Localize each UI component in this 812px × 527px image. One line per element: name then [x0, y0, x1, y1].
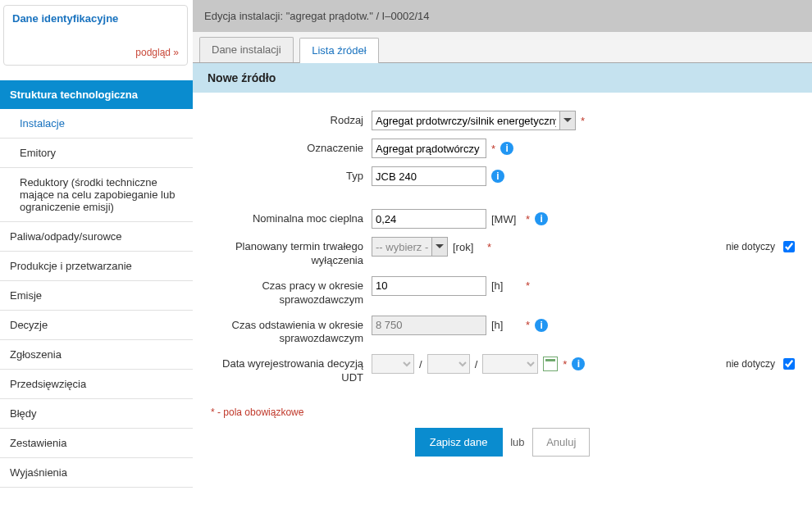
required-marker: *: [487, 241, 491, 253]
form: Rodzaj * Oznaczenie * i Typ: [193, 93, 812, 460]
identity-box: Dane identyfikacyjne podgląd »: [3, 5, 188, 66]
required-marker: *: [526, 319, 530, 331]
unit-h: [h]: [491, 319, 521, 331]
label-typ: Typ: [208, 166, 372, 182]
czas-odst-input: [372, 316, 486, 335]
label-data-udt: Data wyrejestrowania decyzją UDT: [208, 354, 372, 385]
menu-item-zestawienia[interactable]: Zestawienia: [0, 429, 193, 458]
menu-item-zgloszenia[interactable]: Zgłoszenia: [0, 340, 193, 370]
info-icon[interactable]: i: [535, 212, 548, 225]
date-day-select: [372, 354, 414, 374]
menu-sub-emitory[interactable]: Emitory: [0, 139, 193, 168]
tabs-bar: Dane instalacji Lista źródeł: [193, 32, 812, 63]
menu-item-przedsiewziecia[interactable]: Przedsięwzięcia: [0, 370, 193, 399]
required-marker: *: [526, 213, 530, 225]
date-month-select: [427, 354, 470, 374]
nominalna-input[interactable]: [372, 209, 486, 229]
required-marker: *: [526, 279, 530, 292]
menu-item-emisje[interactable]: Emisje: [0, 281, 193, 311]
menu-sub-reduktory[interactable]: Reduktory (środki techniczne mające na c…: [0, 168, 193, 222]
plan-select[interactable]: [372, 237, 432, 257]
content: Edycja instalacji: "agregat prądotw." / …: [193, 0, 812, 527]
sidebar: Dane identyfikacyjne podgląd » Struktura…: [0, 0, 193, 527]
label-czas-pracy: Czas pracy w okresie sprawozdawczym: [208, 276, 372, 307]
date-year-select: [482, 354, 538, 374]
nie-dotyczy-label: nie dotyczy: [726, 358, 775, 370]
date-sep: /: [475, 358, 478, 370]
chevron-down-icon[interactable]: [560, 111, 576, 130]
unit-rok: [rok]: [453, 241, 482, 253]
czas-pracy-input[interactable]: [372, 276, 486, 296]
or-label: lub: [510, 436, 524, 448]
identity-title: Dane identyfikacyjne: [12, 12, 179, 25]
unit-mw: [MW]: [491, 213, 521, 225]
label-czas-odst: Czas odstawienia w okresie sprawozdawczy…: [208, 316, 372, 347]
tab-dane-instalacji[interactable]: Dane instalacji: [199, 37, 294, 62]
menu-item-wyjasnienia[interactable]: Wyjaśnienia: [0, 458, 193, 488]
label-nominalna: Nominalna moc cieplna: [208, 209, 372, 225]
nie-dotyczy-checkbox-udt[interactable]: [783, 358, 795, 370]
button-bar: Zapisz dane lub Anuluj: [208, 428, 797, 457]
label-plan: Planowany termin trwałego wyłączenia: [208, 237, 372, 268]
nie-dotyczy-label: nie dotyczy: [726, 241, 775, 252]
chevron-down-icon[interactable]: [432, 237, 448, 257]
section-title: Nowe źródło: [193, 63, 812, 93]
oznaczenie-input[interactable]: [372, 139, 486, 158]
required-marker: *: [563, 358, 567, 370]
info-icon[interactable]: i: [572, 357, 585, 370]
required-marker: *: [581, 115, 585, 127]
required-marker: *: [491, 143, 495, 155]
nie-dotyczy-checkbox-plan[interactable]: [783, 241, 795, 252]
menu-head-struktura[interactable]: Struktura technologiczna: [0, 80, 193, 109]
menu-item-produkcje[interactable]: Produkcje i przetwarzanie: [0, 252, 193, 281]
typ-input[interactable]: [372, 166, 486, 186]
menu-item-paliwa[interactable]: Paliwa/odpady/surowce: [0, 222, 193, 252]
menu-sub-instalacje[interactable]: Instalacje: [0, 109, 193, 139]
menu-item-decyzje[interactable]: Decyzje: [0, 311, 193, 340]
menu-item-bledy[interactable]: Błędy: [0, 399, 193, 429]
date-sep: /: [419, 358, 422, 370]
tab-lista-zrodel[interactable]: Lista źródeł: [299, 38, 378, 63]
calendar-icon[interactable]: [543, 357, 558, 371]
preview-link[interactable]: podgląd »: [135, 47, 179, 58]
unit-h: [h]: [491, 279, 521, 292]
nav-menu: Struktura technologiczna Instalacje Emit…: [0, 80, 193, 488]
info-icon[interactable]: i: [500, 142, 513, 155]
save-button[interactable]: Zapisz dane: [415, 428, 503, 457]
rodzaj-select[interactable]: [372, 111, 560, 130]
cancel-button[interactable]: Anuluj: [532, 428, 590, 457]
required-note: * - pola obowiązkowe: [211, 407, 797, 418]
info-icon[interactable]: i: [535, 319, 548, 332]
label-oznaczenie: Oznaczenie: [208, 139, 372, 154]
page-header: Edycja instalacji: "agregat prądotw." / …: [193, 0, 812, 32]
info-icon[interactable]: i: [491, 170, 504, 183]
label-rodzaj: Rodzaj: [208, 111, 372, 126]
